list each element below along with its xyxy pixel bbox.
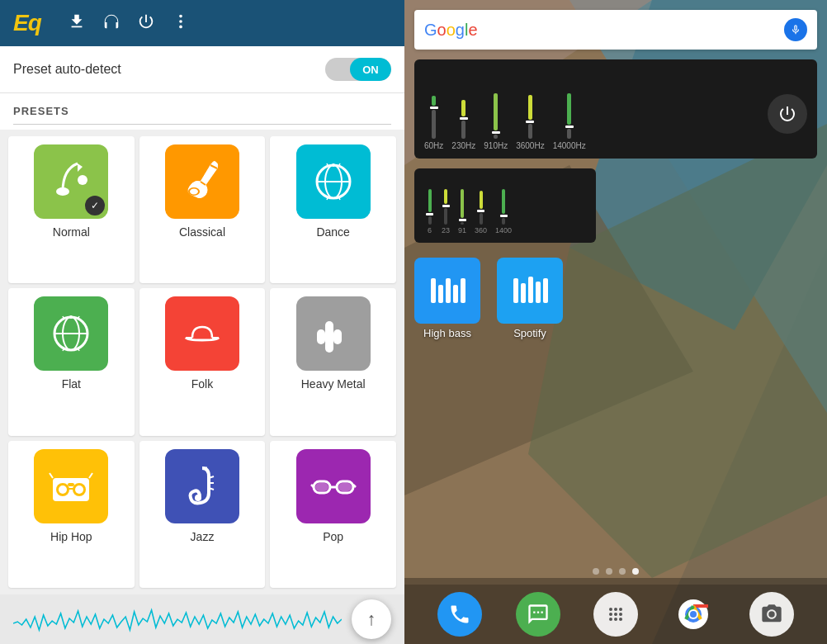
svg-point-71 <box>619 608 622 611</box>
svg-rect-67 <box>536 282 541 303</box>
freq-label-3600hz: 3600Hz <box>516 141 544 150</box>
bottom-dock <box>404 585 827 644</box>
small-freq-23: 23 <box>442 185 450 234</box>
google-logo: Google <box>424 21 478 40</box>
waveform-svg <box>13 599 342 640</box>
svg-rect-29 <box>325 340 333 353</box>
flat-icon-box <box>34 296 108 371</box>
preset-hiphop[interactable]: Hip Hop <box>8 441 135 588</box>
fab-up-button[interactable]: ↑ <box>352 599 391 639</box>
page-dot-3[interactable] <box>619 568 626 575</box>
home-content: Google <box>404 0 827 644</box>
waveform-bar: ↑ <box>0 594 404 644</box>
preset-classical-label: Classical <box>179 225 225 239</box>
eq-bar-container-60hz <box>430 81 438 139</box>
preset-pop-label: Pop <box>323 530 343 543</box>
svg-point-34 <box>75 485 83 494</box>
svg-rect-35 <box>68 483 74 486</box>
chrome-dock-icon[interactable] <box>671 592 716 637</box>
highbass-label: High bass <box>423 327 471 339</box>
more-options-icon[interactable] <box>172 12 190 35</box>
svg-point-81 <box>690 611 697 618</box>
apps-dock-icon[interactable] <box>593 592 638 637</box>
presets-label: PRESETS <box>13 105 391 125</box>
preset-jazz[interactable]: Jazz <box>139 441 266 588</box>
app-title: Eq <box>13 10 41 36</box>
folk-icon-box <box>165 296 239 371</box>
preset-jazz-label: Jazz <box>191 530 215 543</box>
eq-freq-14000hz: 14000Hz <box>553 81 586 150</box>
small-freq-360: 360 <box>475 185 487 234</box>
svg-rect-49 <box>315 483 328 491</box>
svg-point-69 <box>609 608 612 611</box>
svg-point-70 <box>614 608 617 611</box>
header-icons <box>68 12 190 35</box>
svg-rect-50 <box>338 483 352 491</box>
eq-freq-230hz: 230Hz <box>451 81 475 150</box>
svg-point-76 <box>614 618 617 621</box>
svg-rect-68 <box>543 278 548 303</box>
svg-point-1 <box>179 20 182 23</box>
app-icons-row: High bass Spotify <box>414 258 817 339</box>
small-freq-91: 91 <box>458 185 466 234</box>
preset-heavymetal[interactable]: Heavy Metal <box>270 288 396 435</box>
camera-dock-icon[interactable] <box>749 592 794 637</box>
preset-classical[interactable]: Classical <box>139 136 266 283</box>
eq-widget-large[interactable]: 60Hz 230Hz <box>414 59 817 159</box>
eq-widget-small[interactable]: 6 23 91 <box>414 168 596 243</box>
preset-detect-label: Preset auto-detect <box>13 62 121 77</box>
svg-point-74 <box>619 613 622 616</box>
eq-freq-3600hz: 3600Hz <box>516 81 544 150</box>
page-dot-2[interactable] <box>606 568 612 575</box>
spotify-app-icon[interactable]: Spotify <box>497 258 563 339</box>
svg-rect-66 <box>528 277 533 303</box>
svg-point-7 <box>190 189 198 195</box>
hiphop-icon-box <box>34 449 108 523</box>
presets-section: PRESETS <box>0 93 404 130</box>
google-search-bar[interactable]: Google <box>414 10 817 50</box>
svg-rect-61 <box>446 278 451 303</box>
svg-rect-64 <box>513 278 518 303</box>
svg-rect-60 <box>438 285 443 303</box>
download-icon[interactable] <box>68 12 86 35</box>
eq-bars-large: 60Hz 230Hz <box>424 81 763 150</box>
phone-dock-icon[interactable] <box>437 592 482 637</box>
freq-label-230hz: 230Hz <box>451 141 475 150</box>
highbass-app-icon[interactable]: High bass <box>414 258 480 339</box>
preset-normal[interactable]: ✓ Normal <box>8 136 135 283</box>
preset-dance-label: Dance <box>316 225 349 239</box>
eq-small-bars: 6 23 91 <box>426 181 512 234</box>
voice-search-icon[interactable] <box>784 18 807 41</box>
svg-point-75 <box>609 618 612 621</box>
preset-flat[interactable]: Flat <box>8 288 135 435</box>
preset-heavymetal-label: Heavy Metal <box>301 377 366 391</box>
jazz-icon-box <box>165 449 239 523</box>
page-dot-4-active[interactable] <box>632 568 639 575</box>
svg-rect-28 <box>317 329 325 344</box>
home-spacer <box>404 348 827 568</box>
preset-detect-toggle[interactable]: ON <box>325 58 391 81</box>
svg-rect-63 <box>461 278 465 303</box>
svg-rect-65 <box>521 283 526 303</box>
preset-pop[interactable]: Pop <box>270 441 396 588</box>
spotify-label: Spotify <box>513 327 546 339</box>
preset-folk[interactable]: Folk <box>139 288 266 435</box>
svg-line-37 <box>50 473 53 478</box>
eq-widget-power-button[interactable] <box>768 94 807 134</box>
dance-icon-box <box>296 144 371 219</box>
eq-freq-60hz: 60Hz <box>424 81 443 150</box>
eq-app-panel: Eq <box>0 0 404 644</box>
preset-dance[interactable]: Dance <box>270 136 396 283</box>
page-dot-1[interactable] <box>593 568 599 575</box>
toggle-on-label: ON <box>350 58 391 81</box>
svg-point-4 <box>78 175 87 185</box>
headphones-icon[interactable] <box>102 12 121 35</box>
messages-dock-icon[interactable] <box>516 592 560 637</box>
normal-icon-box: ✓ <box>34 144 108 219</box>
power-icon[interactable] <box>137 12 155 35</box>
app-header: Eq <box>0 0 404 46</box>
page-dots <box>404 568 827 575</box>
small-freq-6: 6 <box>426 185 433 234</box>
svg-point-2 <box>179 25 182 28</box>
svg-point-11 <box>332 163 335 167</box>
